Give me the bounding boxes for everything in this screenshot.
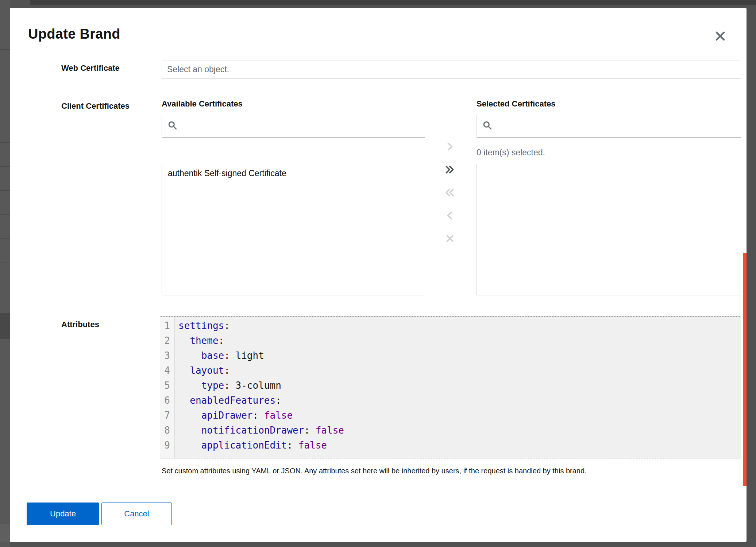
backdrop-row-divider <box>0 190 10 191</box>
backdrop-left-band <box>0 0 10 547</box>
web-certificate-label: Web Certificate <box>61 63 120 73</box>
code-line: theme: <box>178 333 741 348</box>
backdrop-row-divider <box>0 214 10 215</box>
code-line: apiDrawer: false <box>178 408 741 423</box>
transfer-remove-all-button[interactable] <box>443 186 457 200</box>
code-line: layout: <box>178 363 741 378</box>
background-red-edge-bar <box>743 253 747 486</box>
attributes-help-text: Set custom attributes using YAML or JSON… <box>162 467 731 475</box>
chevron-right-icon <box>445 142 455 152</box>
double-chevron-left-icon <box>444 188 455 198</box>
web-certificate-select[interactable] <box>162 60 741 78</box>
attributes-code-editor[interactable]: 123456789 settings: theme: base: light l… <box>160 316 741 458</box>
selected-count-status: 0 item(s) selected. <box>477 148 545 158</box>
client-certificates-label: Client Certificates <box>61 101 130 111</box>
code-line: settings: <box>178 318 741 333</box>
backdrop-row-divider <box>0 238 10 239</box>
selected-search-box <box>477 115 741 137</box>
close-icon <box>445 234 455 244</box>
search-icon <box>483 121 492 132</box>
certificate-list-item[interactable]: authentik Self-signed Certificate <box>162 164 425 183</box>
code-content: settings: theme: base: light layout: typ… <box>175 317 741 458</box>
selected-certificates-header: Selected Certificates <box>477 99 555 109</box>
backdrop-row-divider <box>0 166 10 167</box>
search-icon <box>168 121 177 132</box>
transfer-clear-button[interactable] <box>443 232 457 246</box>
code-line: base: light <box>178 348 741 363</box>
selected-certificates-list[interactable] <box>477 164 741 295</box>
code-line: applicationEdit: false <box>178 438 741 453</box>
available-certificates-list[interactable]: authentik Self-signed Certificate <box>162 164 425 295</box>
backdrop-top-band <box>30 0 756 5</box>
transfer-add-selected-button[interactable] <box>443 140 457 154</box>
backdrop-dark-block <box>0 313 10 339</box>
modal-title: Update Brand <box>28 26 120 42</box>
close-icon <box>714 30 726 43</box>
backdrop-row-divider <box>0 263 10 263</box>
chevron-left-icon <box>445 211 455 221</box>
code-line-numbers: 123456789 <box>160 317 175 458</box>
code-line: enabledFeatures: <box>178 393 741 408</box>
code-line: notificationDrawer: false <box>178 423 741 438</box>
backdrop-row-divider <box>0 49 10 50</box>
backdrop-light-block <box>0 524 10 542</box>
backdrop-row-divider <box>0 142 10 143</box>
update-brand-modal: Update Brand Web Certificate Client Cert… <box>10 8 747 542</box>
available-search-box <box>162 115 425 137</box>
available-search-input[interactable] <box>177 115 425 137</box>
close-button[interactable] <box>712 28 728 44</box>
available-certificates-header: Available Certificates <box>162 99 243 109</box>
update-button[interactable]: Update <box>27 503 99 525</box>
transfer-add-all-button[interactable] <box>443 163 457 177</box>
cancel-button[interactable]: Cancel <box>101 503 172 525</box>
selected-search-input[interactable] <box>492 115 741 137</box>
attributes-label: Attributes <box>61 320 99 329</box>
code-line: type: 3-column <box>178 378 741 393</box>
double-chevron-right-icon <box>444 165 455 175</box>
transfer-remove-selected-button[interactable] <box>443 209 457 223</box>
